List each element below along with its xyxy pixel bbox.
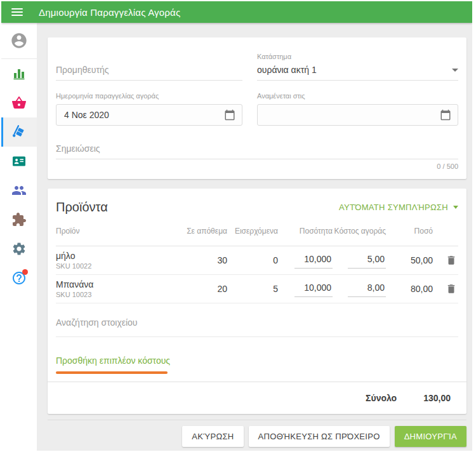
quantity-input[interactable]: [294, 253, 333, 269]
product-sku: SKU 10022: [56, 262, 183, 270]
notes-field: 0 / 500: [56, 140, 458, 170]
table-row: μήλο SKU 10022 30 0 50,00: [56, 246, 458, 275]
app-frame: Δημιουργία Παραγγελίας Αγοράς: [1, 1, 472, 451]
create-button[interactable]: ΔΗΜΙΟΥΡΓΊΑ: [395, 426, 466, 447]
sidebar-item-employees[interactable]: [1, 176, 37, 205]
total-label: Σύνολο: [366, 393, 397, 403]
contact-card-icon: [11, 154, 27, 169]
product-name: Μπανάνα: [56, 279, 183, 290]
total-value: 130,00: [423, 393, 451, 403]
calendar-icon[interactable]: [224, 109, 235, 121]
column-header: Ποσό: [386, 227, 433, 236]
products-card: Προϊόντα ΑΥΤΌΜΑΤΗ ΣΥΜΠΛΉΡΩΣΗ Προϊόν Σε α…: [48, 189, 466, 414]
order-details-card: Κατάστημα ουράνια ακτή 1 Ημερομηνία παρα…: [48, 37, 466, 179]
column-header: Κόστος αγοράς: [333, 227, 386, 236]
footer-divider: [48, 420, 466, 420]
sidebar-item-integrations[interactable]: [1, 205, 37, 234]
notes-char-counter: 0 / 500: [56, 163, 458, 170]
bar-chart-icon: [11, 66, 27, 81]
total-row: Σύνολο 130,00: [56, 382, 458, 414]
delete-row-button[interactable]: [444, 282, 458, 296]
sidebar-item-help[interactable]: [1, 263, 37, 293]
product-name: μήλο: [56, 251, 183, 262]
quantity-input[interactable]: [294, 281, 333, 297]
sidebar-item-purchase-orders[interactable]: [1, 117, 37, 147]
app-window: Δημιουργία Παραγγελίας Αγοράς: [0, 0, 476, 452]
hamburger-menu-icon[interactable]: [11, 8, 23, 16]
basket-icon: [11, 95, 27, 110]
purchase-cost-input[interactable]: [348, 253, 386, 269]
chevron-down-icon: [452, 69, 458, 72]
supplier-input[interactable]: [56, 61, 242, 81]
sidebar-item-settings[interactable]: [1, 234, 37, 263]
calendar-icon[interactable]: [440, 109, 451, 121]
gear-icon: [11, 241, 27, 256]
notification-dot: [22, 269, 28, 275]
column-header: Προϊόν: [56, 227, 183, 236]
store-field: Κατάστημα ουράνια ακτή 1: [257, 53, 458, 81]
incoming-value: 5: [227, 284, 278, 294]
chevron-down-icon: [453, 206, 458, 209]
page-title: Δημιουργία Παραγγελίας Αγοράς: [39, 7, 180, 18]
puzzle-icon: [11, 212, 27, 227]
store-label: Κατάστημα: [257, 53, 458, 60]
action-bar: ΑΚΎΡΩΣΗ ΑΠΟΘΉΚΕΥΣΗ ΩΣ ΠΡΌΧΕΙΡΟ ΔΗΜΙΟΥΡΓΊ…: [48, 426, 466, 447]
expected-date-label: Αναμένεται στις: [257, 92, 458, 100]
column-header: Εισερχόμενα: [227, 227, 278, 236]
purchase-cost-input[interactable]: [348, 281, 386, 297]
app-header: Δημιουργία Παραγγελίας Αγοράς: [1, 1, 472, 23]
save-draft-button[interactable]: ΑΠΟΘΉΚΕΥΣΗ ΩΣ ΠΡΌΧΕΙΡΟ: [249, 426, 390, 447]
sidebar-item-account[interactable]: [1, 23, 37, 58]
people-icon: [11, 183, 27, 198]
delete-row-button[interactable]: [444, 253, 458, 267]
sidebar-item-customers[interactable]: [1, 147, 37, 176]
table-row: Μπανάνα SKU 10023 20 5 80,00: [56, 275, 458, 303]
product-search-field: [56, 303, 458, 338]
order-date-label: Ημερομηνία παραγγελίας αγοράς: [56, 92, 242, 100]
amount-value: 50,00: [386, 255, 433, 265]
incoming-value: 0: [227, 255, 278, 265]
products-title: Προϊόντα: [56, 200, 108, 215]
in-stock-value: 30: [183, 255, 227, 265]
product-sku: SKU 10023: [56, 291, 183, 298]
cancel-button[interactable]: ΑΚΎΡΩΣΗ: [182, 426, 243, 447]
notes-input[interactable]: [56, 140, 458, 159]
expected-date-input[interactable]: [265, 110, 440, 120]
amount-value: 80,00: [386, 284, 433, 294]
sidebar-item-items[interactable]: [1, 88, 37, 117]
trash-icon: [446, 283, 457, 295]
order-date-field: Ημερομηνία παραγγελίας αγοράς: [56, 92, 242, 126]
column-header: Ποσότητα: [278, 227, 333, 236]
table-header: Προϊόν Σε απόθεμα Εισερχόμενα Ποσότητα Κ…: [56, 217, 458, 246]
expected-date-field: Αναμένεται στις: [257, 92, 458, 126]
supplier-field: [56, 53, 242, 81]
add-extra-cost: Προσθήκη επιπλέον κόστους: [56, 355, 458, 374]
sidebar-item-reports[interactable]: [1, 59, 37, 88]
main-content: Κατάστημα ουράνια ακτή 1 Ημερομηνία παρα…: [37, 23, 472, 451]
account-icon: [10, 32, 28, 50]
add-extra-cost-link[interactable]: Προσθήκη επιπλέον κόστους: [56, 356, 170, 366]
highlight-underline: [56, 371, 168, 374]
column-header: Σε απόθεμα: [183, 227, 227, 236]
order-date-input[interactable]: [64, 110, 224, 120]
store-value: ουράνια ακτή 1: [257, 65, 317, 75]
store-select[interactable]: ουράνια ακτή 1: [257, 63, 458, 81]
autofill-button[interactable]: ΑΥΤΌΜΑΤΗ ΣΥΜΠΛΉΡΩΣΗ: [339, 203, 458, 212]
sidebar: [1, 23, 37, 451]
in-stock-value: 20: [183, 284, 227, 294]
help-icon: [11, 270, 27, 286]
trash-icon: [446, 255, 457, 266]
hand-truck-icon: [11, 124, 27, 140]
product-search-input[interactable]: [56, 314, 458, 337]
